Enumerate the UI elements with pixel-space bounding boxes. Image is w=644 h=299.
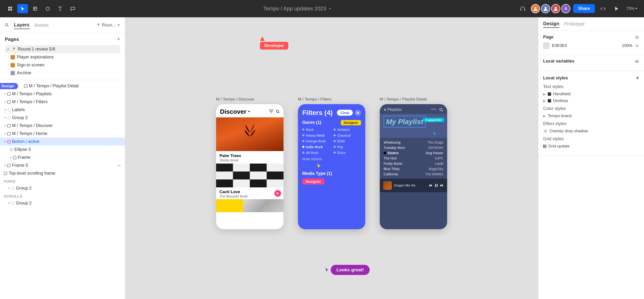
- eye-icon-page[interactable]: [635, 44, 639, 48]
- frame-tool-button[interactable]: [30, 4, 40, 13]
- headphones-icon[interactable]: [518, 4, 528, 13]
- layer-frame5[interactable]: Frame 5: [0, 161, 125, 169]
- layer-filters[interactable]: M / Tempo / Filters: [0, 98, 125, 106]
- playlist-back[interactable]: Playlists: [384, 107, 402, 112]
- grid-styles-section: Grid styles Grid update: [543, 136, 639, 150]
- svg-point-13: [5, 23, 8, 26]
- code-icon[interactable]: [598, 4, 608, 13]
- svg-line-53: [546, 130, 547, 130]
- layer-labels[interactable]: Labels: [0, 106, 125, 114]
- local-styles-add-button[interactable]: +: [636, 75, 639, 81]
- tab-design[interactable]: Design: [543, 20, 559, 28]
- avatar-3: [551, 4, 560, 13]
- song-name-blue: Blue Thirty: [384, 167, 400, 171]
- svg-point-35: [433, 109, 434, 110]
- grid-style-update[interactable]: Grid update: [543, 143, 639, 150]
- page-color-swatch[interactable]: [543, 42, 550, 49]
- page-item-round1[interactable]: ✓ 📍 Round 1 review 5/8: [5, 45, 120, 53]
- genre-edm[interactable]: EDM: [334, 139, 361, 143]
- svg-rect-1: [10, 7, 12, 8]
- pages-section: Pages + ✓ 📍 Round 1 review 5/8 Player ex…: [0, 33, 125, 80]
- search-icon-discover[interactable]: [276, 110, 280, 114]
- layer-button-active[interactable]: Button / active: [0, 138, 125, 146]
- genre-disco[interactable]: Disco: [334, 151, 361, 155]
- fast-forward-icon[interactable]: [440, 184, 444, 187]
- zoom-control[interactable]: 73%: [625, 4, 639, 13]
- genre-ambient[interactable]: Ambient: [334, 128, 361, 132]
- genre-alt-rock[interactable]: Alt Rock: [302, 151, 330, 155]
- color-style-tempobrand[interactable]: ▶ Tempo brand: [543, 113, 639, 119]
- genre-classical[interactable]: Classical: [334, 133, 361, 137]
- text-style-handheld[interactable]: ▶ Handheld: [543, 91, 639, 97]
- rewind-icon[interactable]: [429, 184, 433, 187]
- play-button[interactable]: [611, 4, 622, 13]
- page-item-archive[interactable]: Archive: [5, 69, 120, 77]
- svg-rect-30: [269, 110, 274, 110]
- genre-indie-rock[interactable]: Indie Rock: [302, 145, 330, 149]
- discover-chevron-icon: [248, 110, 251, 113]
- page-label-round1: Round 1 review 5/8: [18, 47, 55, 52]
- genre-rock[interactable]: Rock: [302, 128, 330, 132]
- effect-style-overlay[interactable]: Overlay drop shadow: [543, 128, 639, 134]
- looks-great-cursor-icon: [325, 267, 329, 273]
- genre-grunge-rock[interactable]: Grunge Rock: [302, 139, 330, 143]
- play-pause-icon[interactable]: [435, 184, 438, 187]
- grid-tool-button[interactable]: [5, 4, 16, 13]
- page-section-title: Page: [543, 35, 639, 40]
- tab-prototype[interactable]: Prototype: [564, 20, 585, 28]
- page-item-player[interactable]: Player explorations: [5, 53, 120, 61]
- svg-rect-32: [270, 113, 272, 113]
- local-vars-adjust-icon[interactable]: [635, 59, 639, 63]
- layer-toplevel[interactable]: Top-level scrolling frame: [0, 169, 125, 177]
- svg-point-34: [432, 109, 432, 110]
- genre-pop[interactable]: Pop: [334, 145, 361, 149]
- layer-playlist-detail[interactable]: M / Tempo / Playlist Detail: [0, 82, 125, 90]
- pages-add-button[interactable]: +: [117, 36, 120, 42]
- color-styles-section: Color styles ▶ Tempo brand: [543, 106, 639, 119]
- discover-frame[interactable]: Discover: [216, 104, 284, 229]
- playlist-frame[interactable]: Playlists My Playlist: [380, 104, 447, 229]
- text-tool-button[interactable]: [55, 4, 66, 13]
- song-name-california: California: [384, 172, 398, 176]
- back-chevron-icon: [384, 108, 386, 112]
- album-art-1: [216, 117, 284, 151]
- designer-cursor-area: [302, 163, 361, 170]
- more-options-icon[interactable]: [431, 107, 436, 111]
- layer-group2-scrolls[interactable]: Group 2: [0, 199, 125, 207]
- text-style-desktop[interactable]: ▶ Desktop: [543, 97, 639, 104]
- album-art-chess: [216, 164, 284, 188]
- avatar-2: [541, 4, 550, 13]
- filters-frame[interactable]: Filters (4) Clear Genre (1) Designer: [298, 104, 365, 229]
- tab-layers[interactable]: Layers: [14, 21, 30, 29]
- layer-ellipse5[interactable]: Ellipse 5: [0, 146, 125, 153]
- discover-icons: [269, 110, 280, 114]
- more-genres-link[interactable]: More Genres: [302, 157, 361, 161]
- layer-name-labels: Labels: [12, 107, 25, 112]
- layer-playlists[interactable]: M / Tempo / Playlists: [0, 90, 125, 98]
- layer-name-button-active: Button / active: [12, 139, 40, 144]
- search-icon-playlist[interactable]: [439, 107, 443, 112]
- layer-home[interactable]: M / Tempo / Home: [0, 130, 125, 138]
- layer-discover[interactable]: M / Tempo / Discover: [0, 122, 125, 130]
- genre-heavy-metal[interactable]: Heavy Metal: [302, 133, 330, 137]
- layer-frame[interactable]: Frame: [0, 153, 125, 161]
- share-button[interactable]: Share: [573, 4, 595, 13]
- breadcrumb-roun[interactable]: Roun...: [102, 23, 116, 28]
- tab-assets[interactable]: Assets: [34, 21, 49, 29]
- topbar-left: [5, 4, 78, 13]
- eye-icon-frame5[interactable]: [117, 164, 121, 167]
- shape-tool-button[interactable]: [42, 4, 53, 13]
- filter-icon[interactable]: [269, 110, 274, 113]
- page-item-signin[interactable]: Sign-in screen: [5, 61, 120, 69]
- page-settings-icon[interactable]: [635, 35, 639, 39]
- left-panel-header: Layers Assets 📍 Roun...: [0, 17, 125, 33]
- filters-close-button[interactable]: [355, 110, 361, 116]
- layer-group2-fixed[interactable]: Group 2: [0, 184, 125, 192]
- avatar-1: [531, 4, 540, 13]
- select-tool-button[interactable]: [17, 4, 28, 13]
- layer-group2-1[interactable]: Group 2: [0, 114, 125, 122]
- search-icon[interactable]: [5, 23, 9, 27]
- filters-clear-button[interactable]: Clear: [337, 110, 353, 116]
- comment-tool-button[interactable]: [68, 4, 78, 13]
- play-button-pink[interactable]: [274, 190, 281, 197]
